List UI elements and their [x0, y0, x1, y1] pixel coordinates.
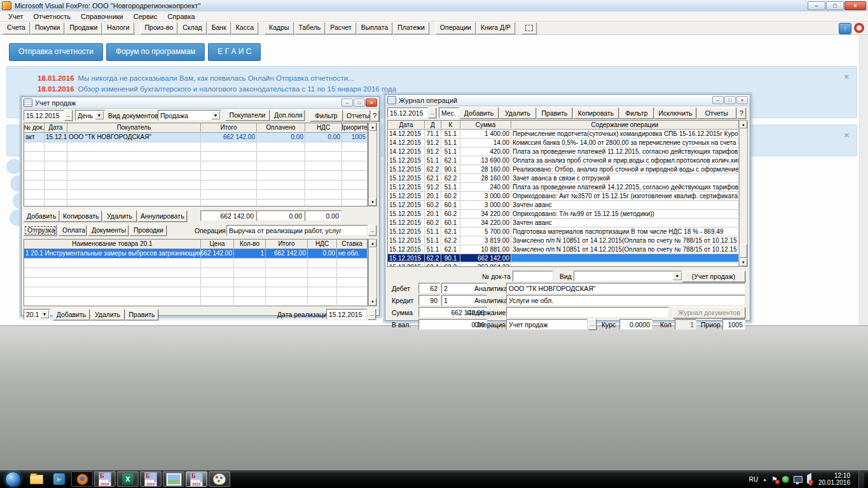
table-row[interactable]	[24, 142, 368, 152]
quick-link-button[interactable]: Форум по программам	[106, 43, 205, 61]
table-row[interactable]: 15.12.201551.162.23 819.00Зачислено п/п …	[388, 236, 739, 245]
taskbar-paint-button[interactable]	[209, 471, 230, 487]
vertical-scrollbar[interactable]: ▲ ▼	[739, 120, 748, 267]
doc-type-select[interactable]: Продажа▼	[158, 110, 221, 121]
scroll-down-icon[interactable]: ▼	[369, 198, 376, 206]
scroll-up-icon[interactable]: ▲	[369, 240, 376, 247]
menu-item[interactable]: Учет	[3, 12, 29, 21]
scroll-down-icon[interactable]: ▼	[369, 298, 376, 306]
operation-field[interactable]: Учет продаж	[506, 319, 588, 330]
table-row[interactable]	[24, 180, 368, 190]
sale-date-field[interactable]: 15.12.2015	[326, 309, 367, 320]
toolbar-button[interactable]: Налоги	[102, 22, 134, 34]
annul-button[interactable]: Аннулировать	[137, 210, 187, 222]
table-row[interactable]: 14.12.201591.251.114.00Комиссия банка 0,…	[388, 139, 739, 147]
table-row[interactable]: 15.12.201560.260.13 000.00Зачтен аванс	[388, 201, 739, 210]
table-row[interactable]: 15.12.201551.162.15 700.00Подготовка мат…	[388, 227, 739, 236]
taskbar-media-player-button[interactable]: ▶	[48, 471, 70, 487]
tab-documents[interactable]: Документы	[88, 225, 128, 236]
item-add-button[interactable]: Добавить	[53, 309, 90, 320]
sales-window-titlebar[interactable]: Учет продаж – □ ×	[22, 97, 379, 109]
clock[interactable]: 12:10 20.01.2016	[818, 472, 850, 486]
tab-shipment[interactable]: Отгрузка	[24, 225, 57, 236]
menu-item[interactable]: Справка	[162, 12, 200, 21]
close-button[interactable]: ×	[844, 1, 866, 10]
rate-field[interactable]: 0.0000	[619, 319, 652, 330]
filter-button[interactable]: Фильтр	[619, 107, 654, 119]
close-button[interactable]: ×	[366, 98, 377, 107]
toolbar-button[interactable]: Склад	[178, 22, 206, 34]
copy-button[interactable]: Копировать	[60, 210, 102, 222]
help-button[interactable]: ?	[737, 107, 746, 119]
sales-link-button[interactable]: (Учет продаж)	[682, 271, 745, 282]
vertical-scrollbar[interactable]: ▲ ▼	[368, 123, 377, 207]
tab-postings[interactable]: Проводки	[130, 225, 167, 236]
table-row[interactable]	[24, 152, 368, 161]
taskbar-buhsoft-2015-button[interactable]: Б2015	[186, 471, 207, 487]
minimize-button[interactable]: –	[808, 1, 825, 10]
credit-account-field[interactable]: 90	[418, 295, 440, 306]
period-select[interactable]: День▼	[75, 110, 105, 121]
table-row[interactable]: 15.12.201520.160.23 000.00Оприходовано: …	[388, 192, 739, 201]
news-item[interactable]: 18.01.2016Обзор изменений бухгалтерского…	[38, 84, 857, 95]
vertical-scrollbar[interactable]: ▲ ▼	[368, 239, 377, 306]
close-button[interactable]: ×	[736, 96, 748, 104]
content-field[interactable]	[506, 307, 669, 318]
cloud-upload-icon[interactable]: ↑	[839, 23, 851, 34]
tab-buyers[interactable]: Покупатели	[225, 110, 270, 121]
reports-button[interactable]: Отчеты	[697, 107, 736, 119]
table-row[interactable]: 14.12.201571.151.11 400.00Перечисление п…	[388, 130, 739, 139]
reports-button[interactable]: Отчеты	[343, 110, 370, 121]
toolbar-button[interactable]: Табель	[294, 22, 326, 34]
doc-type-select[interactable]: ▼	[574, 271, 683, 281]
scroll-up-icon[interactable]: ▲	[740, 121, 747, 128]
table-row[interactable]	[24, 278, 368, 287]
update-status-icon[interactable]	[782, 476, 789, 483]
table-row[interactable]	[24, 259, 368, 268]
taskbar-image-viewer-button[interactable]	[163, 471, 184, 487]
toolbar-button[interactable]: Книга Д/Р	[476, 22, 515, 34]
date-field[interactable]: 15.12.2015	[387, 107, 428, 118]
exclude-button[interactable]: Исключить	[654, 107, 696, 119]
sales-grid[interactable]: № док.ДатаПокупательИтогоОплаченоНДСПрио…	[24, 123, 368, 207]
qty-field[interactable]: 1	[675, 319, 696, 330]
add-button[interactable]: Добавить	[24, 210, 59, 222]
hidden-icons-chevron-icon[interactable]: ▲	[762, 477, 767, 482]
network-icon[interactable]	[794, 476, 803, 483]
minimize-button[interactable]: –	[341, 98, 353, 107]
language-indicator[interactable]: RU	[749, 476, 758, 483]
close-icon[interactable]: ×	[844, 73, 849, 81]
toolbar-button[interactable]: Платежи	[393, 22, 429, 34]
taskbar-excel-button[interactable]: X	[117, 471, 139, 487]
tab-payment[interactable]: Оплата	[59, 225, 86, 236]
sale-date-picker-button[interactable]: ...	[368, 309, 376, 320]
table-row[interactable]	[24, 161, 368, 171]
operation-picker-button[interactable]: ...	[368, 225, 376, 236]
doc-no-field[interactable]	[513, 271, 553, 281]
table-row[interactable]: 15.12.201562.290.128 160.00Реализовано: …	[388, 165, 739, 174]
item-edit-button[interactable]: Править	[125, 309, 158, 320]
tab-extra-fields[interactable]: Доп.поля	[270, 110, 305, 121]
table-row[interactable]: 15.12.201562.162.228 160.00Зачет аванса …	[388, 174, 739, 183]
date-picker-button[interactable]: ...	[64, 110, 72, 121]
restore-button[interactable]: □	[826, 1, 844, 10]
menu-item[interactable]: Сервис	[128, 12, 163, 21]
minimize-button[interactable]: –	[712, 96, 724, 104]
table-row[interactable]	[24, 171, 368, 180]
group-select[interactable]: 20.1▼	[24, 309, 50, 320]
table-row[interactable]: 1 20.1 Инструментальные замеры выбросов …	[24, 249, 368, 259]
start-button[interactable]	[5, 471, 21, 487]
date-picker-button[interactable]: ...	[428, 107, 436, 118]
show-desktop-button[interactable]	[858, 470, 864, 488]
copy-button[interactable]: Копировать	[573, 107, 619, 119]
table-row[interactable]	[24, 190, 368, 200]
scroll-thumb[interactable]	[740, 244, 747, 258]
journal-window-titlebar[interactable]: Журнал операций – □ ×	[385, 95, 750, 106]
filter-button[interactable]: Фильтр	[310, 110, 343, 121]
edit-button[interactable]: Править	[537, 107, 572, 119]
workspace-scroll-strip[interactable]	[859, 35, 868, 325]
taskbar-explorer-button[interactable]	[25, 471, 47, 487]
table-row[interactable]: 15.12.201560.260.134 220.00Зачтен аванс	[388, 219, 739, 227]
taskbar-buhsoft-2016b-button[interactable]: Б2016	[140, 471, 162, 487]
volume-muted-icon[interactable]: ×	[807, 475, 811, 483]
